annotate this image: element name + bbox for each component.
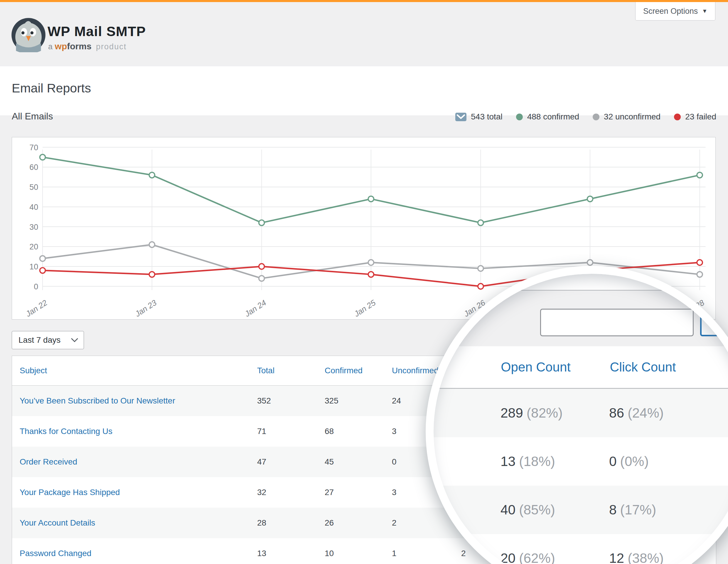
svg-text:50: 50 — [29, 183, 38, 192]
open-count-cell: 13(18%) — [501, 437, 555, 486]
svg-text:70: 70 — [29, 143, 38, 152]
wpforms-brand-wp: wp — [55, 41, 67, 51]
click-count-cell: 86(24%) — [609, 389, 664, 437]
envelope-icon — [455, 113, 466, 121]
tagline-prefix: a — [48, 42, 53, 51]
wp-mail-smtp-email-reports-page: WP Mail SMTP a wpforms product Screen Op… — [0, 0, 728, 564]
subject-link[interactable]: Thanks for Contacting Us — [20, 416, 112, 447]
magnified-table-header: Open Count Click Count — [434, 346, 728, 389]
confirmed-cell: 26 — [325, 508, 334, 538]
open-count-cell-value: 289 — [501, 405, 523, 420]
failed-dot-icon — [674, 114, 681, 120]
click-count-cell: 0(0%) — [609, 437, 649, 486]
pigeon-logo — [11, 18, 46, 52]
open-count-cell-percent: (18%) — [519, 454, 555, 469]
subject-link[interactable]: Password Changed — [20, 538, 91, 564]
open-count-cell: 20(62%) — [501, 534, 555, 564]
svg-text:30: 30 — [29, 223, 38, 232]
open-count-cell-percent: (85%) — [519, 502, 555, 517]
column-header-total[interactable]: Total — [257, 356, 274, 385]
subject-link[interactable]: Your Account Details — [20, 508, 95, 538]
click-count-cell: 12(38%) — [609, 534, 664, 564]
column-header-subject[interactable]: Subject — [20, 356, 47, 385]
svg-text:0: 0 — [34, 282, 38, 291]
unconfirmed-cell: 0 — [392, 447, 397, 477]
page-title: Email Reports — [12, 81, 91, 95]
svg-text:Jan 23: Jan 23 — [133, 298, 158, 319]
chart-legend: 543 total 488 confirmed 32 unconfirmed 2… — [455, 112, 716, 122]
click-count-cell-percent: (24%) — [628, 405, 664, 420]
open-count-cell-value: 20 — [501, 550, 515, 564]
legend-confirmed: 488 confirmed — [516, 112, 579, 122]
chevron-down-icon — [71, 338, 78, 342]
date-range-value: Last 7 days — [18, 335, 60, 345]
top-accent-bar — [0, 0, 728, 2]
date-range-select[interactable]: Last 7 days — [12, 331, 84, 349]
page-title-band: Email Reports — [0, 66, 728, 115]
open-count-cell-value: 13 — [501, 454, 515, 469]
screen-options-label: Screen Options — [643, 7, 698, 16]
unconfirmed-cell: 24 — [392, 385, 401, 416]
unconfirmed-cell: 1 — [392, 538, 397, 564]
click-count-cell-value: 12 — [609, 550, 624, 564]
failed-cell: 2 — [461, 538, 466, 564]
open-count-cell-percent: (82%) — [527, 405, 563, 420]
click-count-cell-percent: (17%) — [620, 502, 656, 517]
subject-link[interactable]: You’ve Been Subscribed to Our Newsletter — [20, 385, 175, 416]
unconfirmed-cell: 2 — [392, 508, 397, 538]
screen-options-button[interactable]: Screen Options ▼ — [635, 2, 715, 21]
total-cell: 352 — [257, 385, 271, 416]
confirmed-dot-icon — [516, 114, 523, 120]
unconfirmed-cell: 3 — [392, 416, 397, 447]
svg-text:20: 20 — [29, 243, 38, 251]
column-header-click-count[interactable]: Click Count — [587, 346, 699, 388]
tagline-suffix: product — [96, 42, 127, 51]
svg-text:60: 60 — [29, 163, 38, 172]
legend-total: 543 total — [455, 112, 502, 122]
click-count-cell-percent: (38%) — [628, 550, 664, 564]
confirmed-cell: 325 — [325, 385, 338, 416]
legend-unconfirmed-label: 32 unconfirmed — [604, 112, 660, 122]
total-cell: 32 — [257, 477, 266, 508]
click-count-cell: 8(17%) — [609, 486, 656, 534]
confirmed-cell: 68 — [325, 416, 334, 447]
magnified-table-body: 289(82%)86(24%)13(18%)0(0%)40(85%)8(17%)… — [434, 389, 728, 564]
total-cell: 47 — [257, 447, 266, 477]
click-count-cell-value: 86 — [609, 405, 624, 420]
legend-failed: 23 failed — [674, 112, 716, 122]
app-header: WP Mail SMTP a wpforms product Screen Op… — [0, 2, 728, 66]
subject-link[interactable]: Order Received — [20, 447, 77, 477]
legend-confirmed-label: 488 confirmed — [527, 112, 579, 122]
magnified-table-row: 40(85%)8(17%) — [434, 486, 728, 534]
magnifier-content: Open Count Click Count 289(82%)86(24%)13… — [434, 274, 728, 564]
click-count-cell-percent: (0%) — [620, 454, 649, 469]
open-count-cell-percent: (62%) — [519, 550, 555, 564]
magnified-table-row: 289(82%)86(24%) — [434, 389, 728, 437]
open-count-cell: 40(85%) — [501, 486, 555, 534]
open-count-cell-value: 40 — [501, 502, 515, 517]
svg-text:Jan 22: Jan 22 — [24, 298, 49, 319]
unconfirmed-dot-icon — [593, 114, 599, 120]
total-cell: 71 — [257, 416, 266, 447]
total-cell: 28 — [257, 508, 266, 538]
click-count-cell-value: 8 — [609, 502, 617, 517]
click-count-cell-value: 0 — [609, 454, 617, 469]
subject-link[interactable]: Your Package Has Shipped — [20, 477, 120, 508]
legend-failed-label: 23 failed — [685, 112, 716, 122]
app-tagline: a wpforms product — [48, 41, 127, 51]
total-cell: 13 — [257, 538, 266, 564]
app-title: WP Mail SMTP — [48, 23, 146, 39]
column-header-unconfirmed[interactable]: Unconfirmed — [392, 356, 439, 385]
column-header-confirmed[interactable]: Confirmed — [325, 356, 363, 385]
caret-down-icon: ▼ — [702, 8, 707, 14]
legend-total-label: 543 total — [471, 112, 502, 122]
confirmed-cell: 27 — [325, 477, 334, 508]
confirmed-cell: 45 — [325, 447, 334, 477]
svg-text:Jan 24: Jan 24 — [243, 298, 268, 319]
unconfirmed-cell: 3 — [392, 477, 397, 508]
legend-unconfirmed: 32 unconfirmed — [593, 112, 660, 122]
open-count-cell: 289(82%) — [501, 389, 562, 437]
column-header-open-count[interactable]: Open Count — [480, 346, 591, 388]
search-input[interactable] — [540, 309, 694, 336]
svg-text:10: 10 — [29, 262, 38, 271]
